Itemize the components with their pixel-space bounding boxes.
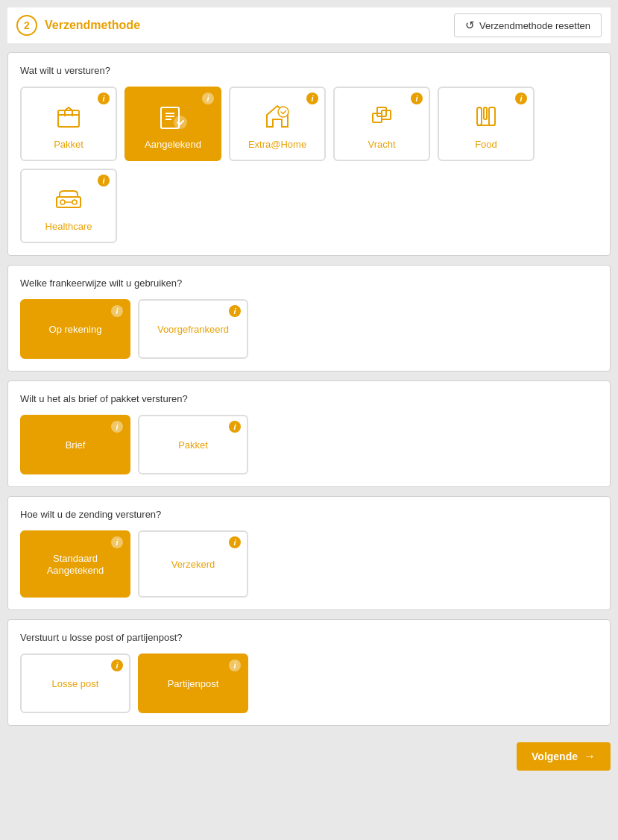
option-aangelekend[interactable]: i Aangelekend	[124, 87, 221, 161]
option-standaard[interactable]: i Standaard Aangetekend	[20, 530, 130, 598]
arrow-icon: →	[584, 750, 596, 763]
option-healthcare[interactable]: i Healthcare	[20, 169, 117, 243]
option-brief[interactable]: i Brief	[20, 415, 130, 474]
svg-rect-0	[58, 110, 79, 127]
frankeerwijze-question: Welke frankeerwijze wilt u gebruiken?	[20, 278, 598, 289]
losse-partijenpost-question: Verstuurt u losse post of partijenpost?	[20, 632, 598, 643]
footer-bar: Volgende →	[7, 735, 611, 778]
option-voorgefrankeerd[interactable]: i Voorgefrankeerd	[138, 299, 248, 359]
svg-point-2	[174, 116, 186, 128]
pakket-icon	[51, 98, 86, 134]
food-icon	[468, 98, 504, 134]
extra-at-home-icon	[259, 98, 295, 134]
standaard-label: Standaard Aangetekend	[47, 553, 104, 576]
info-icon-voorgefrankeerd[interactable]: i	[229, 305, 241, 317]
section-what-to-send: Wat wilt u versturen? i Pakket i	[7, 52, 611, 256]
how-to-send-question: Hoe wilt u de zending versturen?	[20, 509, 598, 520]
info-icon-vracht[interactable]: i	[411, 93, 423, 104]
volgende-button[interactable]: Volgende →	[517, 742, 611, 771]
info-icon-op-rekening[interactable]: i	[111, 305, 123, 317]
option-op-rekening[interactable]: i Op rekening	[20, 299, 130, 359]
info-icon-brief[interactable]: i	[111, 421, 123, 433]
header-left: 2 Verzendmethode	[16, 15, 140, 36]
partijenpost-label: Partijenpost	[168, 678, 219, 690]
aangelekend-label: Aangelekend	[145, 139, 201, 151]
section-header: 2 Verzendmethode ↺ Verzendmethode resett…	[7, 7, 611, 45]
frankeerwijze-options: i Op rekening i Voorgefrankeerd	[20, 299, 598, 359]
option-vracht[interactable]: i Vracht	[333, 87, 430, 161]
svg-rect-8	[484, 107, 487, 119]
svg-point-12	[72, 200, 77, 204]
volgende-label: Volgende	[532, 750, 578, 762]
brief-pakket-options: i Brief i Pakket	[20, 415, 598, 474]
reset-icon: ↺	[465, 19, 475, 32]
info-icon-partijenpost[interactable]: i	[229, 659, 241, 671]
voorgefrankeerd-label: Voorgefrankeerd	[157, 324, 229, 336]
option-partijenpost[interactable]: i Partijenpost	[138, 653, 248, 713]
svg-point-11	[60, 200, 65, 204]
section-brief-pakket: Wilt u het als brief of pakket versturen…	[7, 380, 611, 487]
info-icon-losse-post[interactable]: i	[111, 659, 123, 671]
extra-at-home-label: Extra@Home	[248, 139, 306, 151]
what-to-send-options: i Pakket i	[20, 87, 598, 243]
pakket-label: Pakket	[54, 139, 83, 151]
aangelekend-icon	[155, 98, 191, 134]
verzekerd-label: Verzekerd	[171, 559, 215, 571]
info-icon-standaard[interactable]: i	[111, 536, 123, 548]
how-to-send-options: i Standaard Aangetekend i Verzekerd	[20, 530, 598, 598]
section-how-to-send: Hoe wilt u de zending versturen? i Stand…	[7, 496, 611, 610]
vracht-label: Vracht	[368, 139, 395, 151]
what-to-send-question: Wat wilt u versturen?	[20, 65, 598, 76]
info-icon-aangelekend[interactable]: i	[202, 93, 214, 104]
food-label: Food	[475, 139, 497, 151]
info-icon-pakket2[interactable]: i	[229, 421, 241, 433]
healthcare-label: Healthcare	[45, 221, 92, 233]
option-pakket2[interactable]: i Pakket	[138, 415, 248, 474]
step-number: 2	[16, 15, 37, 36]
brief-pakket-question: Wilt u het als brief of pakket versturen…	[20, 393, 598, 404]
section-losse-partijenpost: Verstuurt u losse post of partijenpost? …	[7, 619, 611, 726]
svg-rect-9	[489, 107, 495, 125]
option-losse-post[interactable]: i Losse post	[20, 653, 130, 713]
svg-point-3	[278, 107, 288, 117]
vracht-icon	[364, 98, 400, 134]
healthcare-icon	[51, 181, 86, 216]
info-icon-pakket[interactable]: i	[98, 93, 110, 104]
option-pakket[interactable]: i Pakket	[20, 87, 117, 161]
losse-partijenpost-options: i Losse post i Partijenpost	[20, 653, 598, 713]
info-icon-healthcare[interactable]: i	[98, 175, 110, 187]
info-icon-verzekerd[interactable]: i	[229, 536, 241, 548]
svg-rect-7	[477, 107, 482, 125]
op-rekening-label: Op rekening	[49, 324, 102, 336]
info-icon-food[interactable]: i	[515, 93, 527, 104]
option-verzekerd[interactable]: i Verzekerd	[138, 530, 248, 598]
info-icon-extra-at-home[interactable]: i	[306, 93, 318, 104]
reset-label: Verzendmethode resetten	[479, 20, 590, 31]
losse-post-label: Losse post	[52, 678, 99, 690]
brief-label: Brief	[66, 439, 86, 451]
pakket2-label: Pakket	[178, 439, 208, 451]
section-frankeerwijze: Welke frankeerwijze wilt u gebruiken? i …	[7, 265, 611, 372]
reset-button[interactable]: ↺ Verzendmethode resetten	[454, 13, 602, 37]
option-extra-at-home[interactable]: i Extra@Home	[229, 87, 326, 161]
option-food[interactable]: i Food	[438, 87, 535, 161]
page-title: Verzendmethode	[45, 19, 140, 32]
